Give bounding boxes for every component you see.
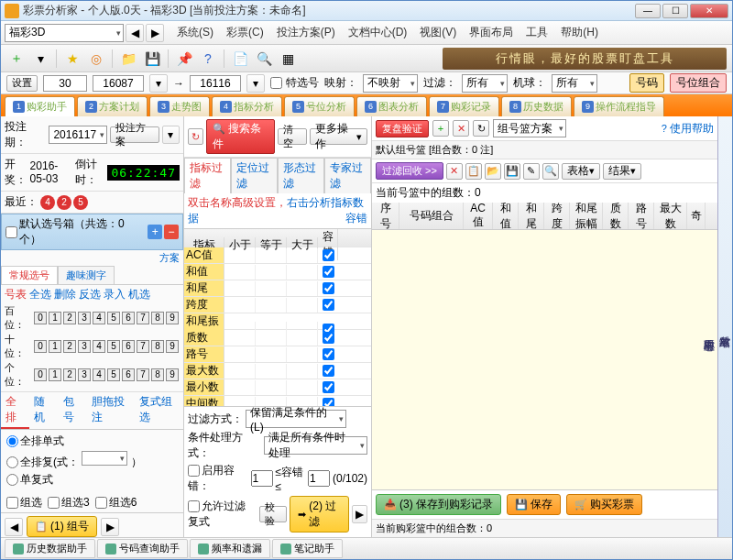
mode-tab[interactable]: 随机 (29, 392, 58, 429)
err-min[interactable] (251, 470, 273, 487)
indicator-err-check[interactable] (323, 282, 334, 294)
digit-cell[interactable]: 3 (78, 340, 91, 353)
plan-link[interactable]: 方案 (1, 250, 183, 266)
selection-box-check[interactable] (5, 226, 17, 238)
basket-del-icon[interactable]: ✕ (453, 120, 469, 137)
digit-action[interactable]: 删除 (54, 287, 76, 302)
digit-cell[interactable]: 8 (151, 368, 164, 381)
pin-icon[interactable]: 📌 (174, 49, 194, 69)
bookmark-icon[interactable]: ◎ (86, 49, 106, 69)
digit-cell[interactable]: 9 (166, 340, 179, 353)
digit-cell[interactable]: 8 (151, 312, 164, 324)
right-sidebar[interactable]: 缩放对象对应中心项目 (717, 116, 732, 537)
main-tab[interactable]: 9操作流程指导 (574, 96, 664, 116)
step1-button[interactable]: 📋 (1) 组号 (27, 516, 97, 537)
maximize-button[interactable]: ☐ (662, 4, 688, 18)
step1-next-icon[interactable]: ▶ (101, 518, 119, 536)
verify-button[interactable]: 校验 (259, 506, 288, 522)
banner-ad[interactable]: 行情眼，最好的股票盯盘工具 (443, 48, 727, 70)
digit-cell[interactable]: 5 (107, 312, 120, 324)
digit-cell[interactable]: 8 (151, 340, 164, 353)
digit-action[interactable]: 号表 (5, 287, 27, 302)
digit-cell[interactable]: 4 (93, 340, 105, 353)
bottom-tab[interactable]: 历史数据助手 (5, 539, 95, 558)
digit-action[interactable]: 反选 (79, 287, 101, 302)
main-tab[interactable]: 1购彩助手 (5, 96, 75, 116)
grid-save-icon[interactable]: 💾 (504, 163, 520, 180)
indicator-row[interactable]: 最大数 (184, 363, 371, 379)
main-tab[interactable]: 3走势图 (149, 96, 210, 116)
cond-mode-combo[interactable]: 满足所有条件时处理 (264, 436, 367, 455)
grid-open-icon[interactable]: 📂 (485, 163, 501, 180)
mode-radio[interactable]: 全排单式 (6, 434, 178, 449)
indicator-row[interactable]: 跨度 (184, 297, 371, 313)
indicator-err-check[interactable] (323, 381, 334, 393)
range-dropdown-icon[interactable]: ▾ (149, 74, 168, 93)
lottery-combo[interactable]: 福彩3D (5, 24, 124, 42)
subtab[interactable]: 趣味测字 (58, 266, 115, 284)
digit-cell[interactable]: 2 (63, 312, 76, 324)
table-button[interactable]: 表格 ▾ (562, 163, 600, 180)
menu-item[interactable]: 视图(V) (414, 25, 462, 40)
grid-del-icon[interactable]: ✕ (446, 163, 463, 180)
err-enable-check[interactable]: 启用容错： (188, 463, 248, 494)
map-combo[interactable]: 不映射 (363, 74, 418, 93)
digit-cell[interactable]: 0 (34, 368, 47, 381)
indicator-err-check[interactable] (323, 299, 334, 311)
indicator-row[interactable]: 路号 (184, 346, 371, 363)
digit-cell[interactable]: 6 (122, 312, 135, 324)
mode-check[interactable]: 组选 (6, 495, 42, 511)
buy-button[interactable]: 🛒 购买彩票 (566, 494, 642, 515)
digit-cell[interactable]: 9 (166, 312, 179, 324)
more-ops-button[interactable]: 更多操作 ▾ (310, 128, 367, 145)
range-end[interactable] (190, 75, 241, 92)
digit-cell[interactable]: 3 (78, 312, 91, 324)
grid-edit-icon[interactable]: ✎ (523, 163, 540, 180)
digit-action[interactable]: 机选 (128, 287, 150, 302)
digit-cell[interactable]: 5 (107, 340, 120, 353)
basket-add-icon[interactable]: + (432, 120, 449, 137)
range-start[interactable] (93, 75, 144, 92)
digit-cell[interactable]: 1 (49, 368, 61, 381)
digit-cell[interactable]: 7 (137, 312, 149, 324)
indicator-row[interactable]: 和尾振幅 (184, 313, 371, 330)
digit-cell[interactable]: 2 (63, 368, 76, 381)
step1-prev-icon[interactable]: ◀ (5, 518, 23, 536)
bottom-tab[interactable]: 笔记助手 (272, 539, 343, 558)
menu-item[interactable]: 投注方案(P) (271, 25, 341, 40)
indicator-row[interactable]: 和值 (184, 264, 371, 280)
bottom-tab[interactable]: 号码查询助手 (97, 539, 188, 558)
mode-tab[interactable]: 包号 (59, 392, 87, 429)
close-button[interactable]: ✕ (690, 4, 728, 18)
indicator-err-check[interactable] (323, 348, 334, 360)
replay-verify-button[interactable]: 复盘验证 (376, 120, 429, 137)
indicator-row[interactable]: 和尾 (184, 280, 371, 297)
save-button[interactable]: 💾 保存 (507, 494, 561, 515)
mode-check[interactable]: 组选3 (48, 495, 90, 511)
menu-item[interactable]: 界面布局 (464, 25, 519, 40)
digit-cell[interactable]: 3 (78, 368, 91, 381)
basket-plan-combo[interactable]: 组号篮方案 (493, 119, 566, 137)
menu-item[interactable]: 系统(S) (171, 25, 219, 40)
digit-cell[interactable]: 1 (49, 312, 61, 324)
mode-tab[interactable]: 全排 (1, 392, 29, 429)
main-tab[interactable]: 7购彩记录 (429, 96, 499, 116)
mode-radio[interactable]: 全排复(式： ） (6, 451, 178, 470)
bottom-tab[interactable]: 频率和遗漏 (190, 539, 270, 558)
digit-action[interactable]: 全选 (29, 287, 51, 302)
menu-item[interactable]: 彩票(C) (221, 25, 269, 40)
range-count[interactable] (43, 75, 87, 92)
filter-mode-combo[interactable]: 保留满足条件的(L) (246, 410, 346, 428)
indicator-row[interactable]: 最小数 (184, 379, 371, 396)
indicator-err-check[interactable] (323, 332, 334, 344)
grid-icon[interactable]: ▦ (278, 49, 298, 69)
grid-search-icon[interactable]: 🔍 (542, 163, 559, 180)
clear-button[interactable]: 清空 (278, 128, 308, 145)
mode-check[interactable]: 组选6 (95, 495, 137, 511)
filter-tab[interactable]: 定位过滤 (231, 158, 278, 193)
digit-cell[interactable]: 6 (122, 340, 135, 353)
nav-prev-icon[interactable]: ◀ (126, 24, 144, 42)
indicator-err-check[interactable] (323, 266, 334, 278)
digit-cell[interactable]: 2 (63, 340, 76, 353)
mode-tab[interactable]: 胆拖投注 (87, 392, 136, 429)
